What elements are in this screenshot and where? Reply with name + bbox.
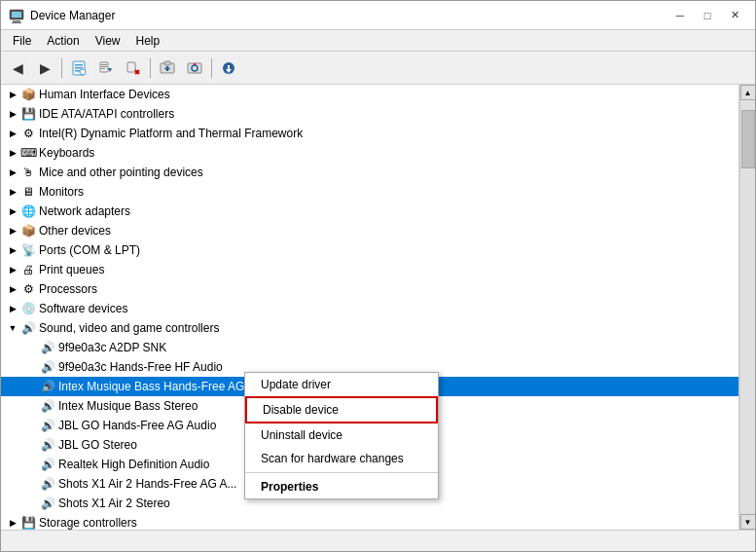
svg-rect-7 xyxy=(75,70,80,72)
menu-help[interactable]: Help xyxy=(128,32,168,50)
action-down-button[interactable] xyxy=(216,55,241,81)
back-button[interactable]: ◀ xyxy=(5,55,30,81)
expand-arrow-item-jbl-go-hf[interactable] xyxy=(24,418,40,433)
expand-arrow-item-9f9e0a3c-hf[interactable] xyxy=(24,359,40,375)
tree-item-mice[interactable]: 🖱Mice and other pointing devices xyxy=(1,163,738,182)
ctx-uninstall-device[interactable]: Uninstall device xyxy=(245,423,438,447)
context-menu: Update driver Disable device Uninstall d… xyxy=(244,372,439,499)
scroll-track[interactable] xyxy=(740,100,755,514)
expand-arrow-item-intex-bass-hf[interactable] xyxy=(24,379,40,394)
menu-view[interactable]: View xyxy=(88,32,128,50)
expand-arrow-item-shots-stereo[interactable] xyxy=(24,496,40,511)
svg-rect-2 xyxy=(13,20,20,22)
properties-button[interactable]: i xyxy=(66,55,91,81)
item-label-keyboards: Keyboards xyxy=(39,146,94,160)
expand-arrow-storage-controllers[interactable] xyxy=(5,515,20,530)
item-label-human-interface: Human Interface Devices xyxy=(39,88,170,101)
item-label-ports: Ports (COM & LPT) xyxy=(39,243,140,257)
expand-arrow-intel-dynamic[interactable] xyxy=(5,126,20,141)
tree-item-monitors[interactable]: 🖥Monitors xyxy=(1,182,738,202)
title-controls: ─ □ ✕ xyxy=(667,6,747,25)
item-icon-mice: 🖱 xyxy=(20,166,36,179)
tree-item-print-queues[interactable]: 🖨Print queues xyxy=(1,260,738,279)
tree-item-storage-controllers[interactable]: 💾Storage controllers xyxy=(1,513,738,530)
tree-item-item-9f9e0a3c-snk[interactable]: 🔊9f9e0a3c A2DP SNK xyxy=(1,338,738,357)
scroll-up-arrow[interactable]: ▲ xyxy=(740,85,756,100)
expand-arrow-item-9f9e0a3c-snk[interactable] xyxy=(24,340,40,355)
expand-arrow-item-realtek[interactable] xyxy=(24,457,40,472)
item-label-sound-video: Sound, video and game controllers xyxy=(39,321,219,335)
tree-item-software-devices[interactable]: 💿Software devices xyxy=(1,299,738,318)
close-button[interactable]: ✕ xyxy=(722,6,747,25)
menu-action[interactable]: Action xyxy=(39,32,87,50)
svg-rect-15 xyxy=(127,62,135,72)
ctx-properties[interactable]: Properties xyxy=(245,475,438,498)
menu-file[interactable]: File xyxy=(5,32,39,50)
scrollbar-vertical[interactable]: ▲ ▼ xyxy=(739,85,755,530)
item-icon-ide-atapi: 💾 xyxy=(20,107,36,121)
item-icon-network-adapters: 🌐 xyxy=(20,204,36,218)
tree-item-ide-atapi[interactable]: 💾IDE ATA/ATAPI controllers xyxy=(1,104,738,124)
device-manager-window: Device Manager ─ □ ✕ File Action View He… xyxy=(0,0,756,552)
svg-rect-12 xyxy=(101,66,107,67)
tree-item-network-adapters[interactable]: 🌐Network adapters xyxy=(1,202,738,221)
update-driver-button[interactable] xyxy=(93,55,119,81)
uninstall-button[interactable] xyxy=(121,55,146,81)
expand-arrow-item-jbl-stereo[interactable] xyxy=(24,437,40,453)
item-icon-item-realtek: 🔊 xyxy=(40,458,55,471)
item-icon-sound-video: 🔊 xyxy=(20,321,36,335)
item-label-storage-controllers: Storage controllers xyxy=(39,516,137,530)
svg-text:i: i xyxy=(82,70,83,75)
item-icon-monitors: 🖥 xyxy=(20,185,36,199)
expand-arrow-keyboards[interactable] xyxy=(5,145,20,161)
svg-rect-1 xyxy=(12,12,21,18)
expand-arrow-network-adapters[interactable] xyxy=(5,203,20,219)
item-icon-human-interface: 📦 xyxy=(20,88,36,101)
item-label-mice: Mice and other pointing devices xyxy=(39,166,203,179)
expand-arrow-software-devices[interactable] xyxy=(5,301,20,316)
expand-arrow-human-interface[interactable] xyxy=(5,87,20,102)
expand-arrow-item-shots-x1-hf[interactable] xyxy=(24,476,40,492)
expand-arrow-monitors[interactable] xyxy=(5,184,20,200)
tree-item-ports[interactable]: 📡Ports (COM & LPT) xyxy=(1,240,738,260)
expand-arrow-ide-atapi[interactable] xyxy=(5,106,20,122)
item-icon-software-devices: 💿 xyxy=(20,302,36,315)
item-label-item-9f9e0a3c-snk: 9f9e0a3c A2DP SNK xyxy=(58,341,166,354)
tree-item-human-interface[interactable]: 📦Human Interface Devices xyxy=(1,85,738,104)
title-bar: Device Manager ─ □ ✕ xyxy=(1,1,755,30)
scan-changes-button[interactable] xyxy=(182,55,207,81)
tree-item-processors[interactable]: ⚙Processors xyxy=(1,279,738,299)
tree-item-intel-dynamic[interactable]: ⚙Intel(R) Dynamic Platform and Thermal F… xyxy=(1,124,738,143)
device-tree[interactable]: 📦Human Interface Devices💾IDE ATA/ATAPI c… xyxy=(1,85,739,530)
expand-arrow-item-intex-bass-stereo[interactable] xyxy=(24,398,40,414)
item-label-ide-atapi: IDE ATA/ATAPI controllers xyxy=(39,107,174,121)
ctx-update-driver[interactable]: Update driver xyxy=(245,373,438,396)
tree-item-keyboards[interactable]: ⌨Keyboards xyxy=(1,143,738,163)
item-icon-ports: 📡 xyxy=(20,243,36,257)
scroll-down-arrow[interactable]: ▼ xyxy=(740,514,756,530)
expand-arrow-ports[interactable] xyxy=(5,242,20,258)
item-icon-print-queues: 🖨 xyxy=(20,263,36,276)
ctx-disable-device[interactable]: Disable device xyxy=(245,396,438,423)
svg-rect-19 xyxy=(164,61,170,65)
item-label-item-shots-x1-hf: Shots X1 Air 2 Hands-Free AG A... xyxy=(58,477,236,491)
item-label-processors: Processors xyxy=(39,282,97,296)
minimize-button[interactable]: ─ xyxy=(667,6,693,25)
expand-arrow-processors[interactable] xyxy=(5,281,20,297)
item-icon-processors: ⚙ xyxy=(20,282,36,296)
item-label-print-queues: Print queues xyxy=(39,263,104,276)
tree-item-other-devices[interactable]: 📦Other devices xyxy=(1,221,738,240)
item-label-network-adapters: Network adapters xyxy=(39,204,130,218)
item-icon-other-devices: 📦 xyxy=(20,224,36,238)
forward-button[interactable]: ▶ xyxy=(32,55,57,81)
expand-arrow-mice[interactable] xyxy=(5,165,20,180)
expand-arrow-print-queues[interactable] xyxy=(5,262,20,277)
add-legacy-button[interactable] xyxy=(155,55,180,81)
tree-item-sound-video[interactable]: 🔊Sound, video and game controllers xyxy=(1,318,738,338)
maximize-button[interactable]: □ xyxy=(695,6,720,25)
expand-arrow-other-devices[interactable] xyxy=(5,223,20,239)
item-icon-item-shots-x1-hf: 🔊 xyxy=(40,477,55,491)
expand-arrow-sound-video[interactable] xyxy=(5,320,20,336)
ctx-scan-hardware[interactable]: Scan for hardware changes xyxy=(245,447,438,470)
scroll-thumb[interactable] xyxy=(741,110,755,168)
